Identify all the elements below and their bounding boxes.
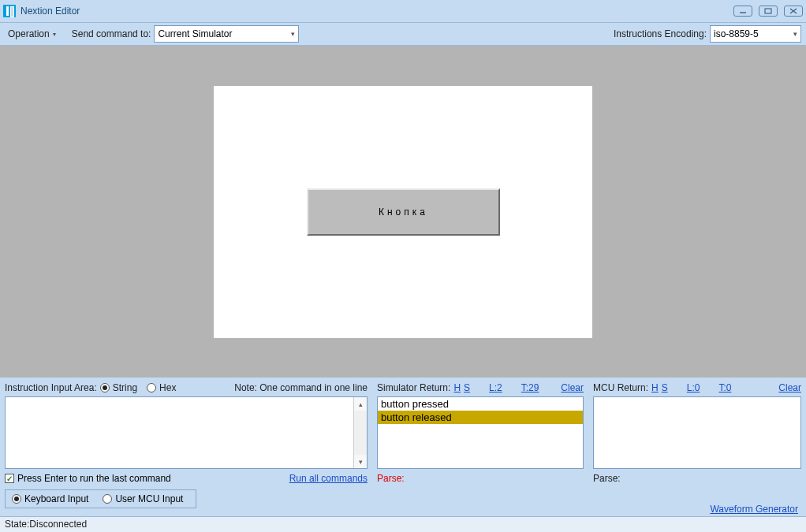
scrollbar[interactable]: ▴ ▾ [353,397,367,468]
radio-string-label: String [113,382,137,393]
radio-string[interactable]: String [100,382,137,393]
radio-icon [103,494,112,504]
mcu-t-link[interactable]: T:0 [718,382,731,393]
send-to-label: Send command to: [72,28,151,39]
instruction-note: Note: One command in one line [234,382,368,393]
close-button[interactable] [784,6,803,17]
mcu-h-link[interactable]: H [651,382,659,393]
caret-down-icon: ▾ [793,30,797,38]
radio-hex[interactable]: Hex [147,382,176,393]
instruction-textarea-wrap: ▴ ▾ [5,396,368,469]
mcu-clear-link[interactable]: Clear [778,382,801,393]
sim-l-link[interactable]: L:2 [489,382,502,393]
radio-keyboard-label: Keyboard Input [24,493,88,504]
radio-usermcu-label: User MCU Input [115,493,183,504]
simulator-return-panel: Simulator Return: H S L:2 T:29 Clear but… [377,381,584,486]
press-enter-label: Press Enter to run the last command [17,473,171,484]
send-to-value: Current Simulator [158,28,232,39]
window-title: Nextion Editor [21,6,80,17]
input-source-row: Keyboard Input User MCU Input [0,486,806,512]
sim-clear-link[interactable]: Clear [561,382,584,393]
mcu-return-panel: MCU Return: H S L:0 T:0 Clear Parse: [593,381,801,486]
radio-icon [12,494,21,504]
operation-menu[interactable]: Operation ▾ [5,27,59,41]
encoding-combo[interactable]: iso-8859-5 ▾ [710,25,801,43]
encoding-label: Instructions Encoding: [614,28,707,39]
send-to-combo[interactable]: Current Simulator ▾ [154,25,299,43]
radio-user-mcu-input[interactable]: User MCU Input [103,493,183,504]
mcu-s-link[interactable]: S [662,382,668,393]
maximize-button[interactable] [759,6,778,17]
titlebar: Nextion Editor [0,0,806,22]
caret-down-icon: ▾ [53,31,56,38]
caret-down-icon: ▾ [291,30,295,38]
operation-label: Operation [8,28,50,39]
run-all-link[interactable]: Run all commands [289,473,368,484]
device-button[interactable]: Кнопка [307,188,500,236]
instruction-label: Instruction Input Area: [5,382,97,393]
mcu-return-label: MCU Return: [593,382,648,393]
device-screen[interactable]: Кнопка [214,86,592,338]
sim-h-link[interactable]: H [453,382,461,393]
scroll-up-icon[interactable]: ▴ [354,397,367,411]
sim-return-list[interactable]: button pressed button released [377,396,584,469]
radio-keyboard-input[interactable]: Keyboard Input [12,493,88,504]
minimize-button[interactable] [733,6,752,17]
encoding-value: iso-8859-5 [714,28,759,39]
device-button-label: Кнопка [379,206,428,218]
radio-icon [147,383,156,392]
waveform-generator-link[interactable]: Waveform Generator [710,504,798,515]
mcu-l-link[interactable]: L:0 [687,382,700,393]
press-enter-checkbox[interactable] [5,474,14,483]
lower-panels: Instruction Input Area: String Hex Note:… [0,378,806,486]
toolbar: Operation ▾ Send command to: Current Sim… [0,22,806,46]
list-item[interactable]: button released [378,411,583,424]
status-bar: State:Disconnected [0,516,806,532]
sim-t-link[interactable]: T:29 [521,382,539,393]
simulator-canvas: Кнопка [0,46,806,378]
instruction-panel: Instruction Input Area: String Hex Note:… [5,381,368,486]
radio-icon [100,383,110,392]
mcu-parse-label: Parse: [593,473,621,484]
sim-parse-label: Parse: [377,473,405,484]
sim-return-label: Simulator Return: [377,382,450,393]
app-icon [3,5,16,17]
svg-rect-1 [765,9,771,13]
status-text: State:Disconnected [5,519,87,530]
list-item[interactable]: button pressed [378,397,583,411]
radio-hex-label: Hex [159,382,176,393]
instruction-textarea[interactable] [6,397,353,468]
scroll-down-icon[interactable]: ▾ [354,455,367,468]
sim-s-link[interactable]: S [464,382,470,393]
mcu-return-list[interactable] [593,396,801,469]
